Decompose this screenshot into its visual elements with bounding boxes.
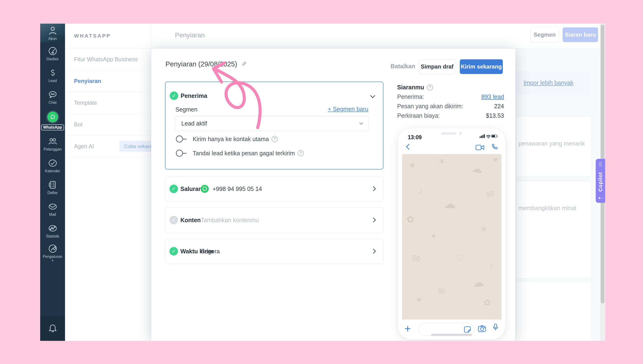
estimated-cost: $13.53 (486, 112, 504, 119)
sidebar-item-label: Kalender (45, 169, 60, 173)
doodle-glyph: ★ (492, 155, 500, 164)
submenu-item-penyiaran[interactable]: Penyiaran (65, 70, 151, 92)
doodle-glyph: ✉ (437, 286, 446, 296)
sidebar-item-pengaturan[interactable]: Pengaturan ▾ (40, 242, 65, 263)
broadcast-title-text: Penyiaran (29/08/2025) (166, 60, 237, 68)
sidebar-item-akun[interactable]: Akun (40, 24, 65, 42)
sidebar-item-label: WhatsApp (41, 124, 64, 130)
sidebar-item-label: Pelanggan (44, 147, 62, 152)
notifications-bell-button[interactable] (40, 316, 65, 341)
sidebar-item-label: Chat (49, 100, 57, 105)
help-icon[interactable] (427, 84, 433, 90)
submenu-item-bot[interactable]: Bot (65, 114, 151, 136)
cancel-button[interactable]: Batalkan (390, 63, 415, 70)
step-complete-check-icon (170, 247, 178, 256)
sidebar-item-label: Statistik (46, 234, 59, 238)
whatsapp-icon (46, 110, 59, 124)
doodle-glyph: ♡ (455, 253, 465, 264)
toggle-mark-failed[interactable] (176, 150, 183, 157)
doodle-glyph: ✿ (406, 214, 414, 224)
toggle-track (183, 139, 186, 140)
status-bar-time: 13:09 (408, 134, 422, 141)
segment-label: Segmen (176, 106, 198, 113)
help-icon[interactable] (298, 150, 304, 156)
toggle-primary-contact[interactable] (176, 136, 183, 142)
sidebar-item-lead[interactable]: Lead (40, 64, 65, 86)
broadcast-title: Penyiaran (29/08/2025) (166, 60, 246, 68)
phone-preview: 13:09 ★☀☁✉♪☁★✿✉☀♡★☁✉♪★✿ + (398, 128, 506, 340)
list-document-icon (48, 180, 58, 190)
whatsapp-submenu: WHATSAPP Fitur WhatsApp Business Penyiar… (65, 24, 151, 341)
phone-notch (441, 132, 462, 135)
send-now-button[interactable]: Kirim sekarang (460, 59, 503, 74)
sidebar-item-dasbor[interactable]: Dasbor (40, 42, 65, 64)
doodle-glyph: ☁ (472, 276, 484, 289)
submenu-item-template[interactable]: Template (65, 92, 151, 114)
recipients-count-link[interactable]: 893 lead (481, 93, 504, 100)
attach-plus-icon[interactable]: + (404, 322, 411, 335)
step-complete-check-icon (170, 92, 178, 100)
back-chevron-icon[interactable] (406, 144, 412, 150)
chevron-right-icon[interactable] (371, 186, 376, 191)
sidebar-item-kalender[interactable]: Kalender (40, 154, 65, 176)
main-sidebar: Akun Dasbor Lead Chat WhatsApp Pelanggan… (40, 24, 65, 341)
broadcast-summary: Siaranmu Penerima: 893 lead Pesan yang a… (397, 84, 504, 119)
doodle-glyph: ★ (430, 232, 437, 239)
sticker-icon[interactable] (464, 326, 472, 334)
sidebar-item-statistik[interactable]: Statistik (40, 220, 65, 242)
sidebar-item-whatsapp-active[interactable]: WhatsApp (40, 108, 65, 133)
chevron-right-icon[interactable] (371, 218, 376, 222)
submenu-item-fitur-whatsapp-business[interactable]: Fitur WhatsApp Business (65, 48, 151, 70)
copilot-tab[interactable]: Copilot ✦✧ (596, 159, 605, 203)
content-card[interactable]: Konten Tambahkan kontenmu (165, 207, 384, 233)
toggle-label: Kirim hanya ke kontak utama (193, 136, 269, 142)
edit-title-pencil-icon[interactable] (241, 60, 246, 68)
sidebar-item-mail[interactable]: Mail (40, 198, 65, 220)
lead-dollar-icon (48, 68, 58, 78)
toggle-track (183, 153, 186, 154)
new-segment-link[interactable]: + Segmen baru (328, 106, 368, 112)
mail-icon (48, 202, 58, 212)
summary-row: Pesan yang akan dikirim: 224 (397, 103, 504, 110)
collapse-chevron-icon[interactable] (370, 93, 375, 98)
sidebar-item-chat[interactable]: Chat (40, 86, 65, 108)
step-complete-check-icon (170, 184, 178, 193)
content-placeholder: Tambahkan kontenmu (201, 208, 259, 232)
toggle-primary-contact-row: Kirim hanya ke kontak utama (176, 136, 278, 142)
doodle-glyph: ★ (415, 296, 423, 304)
help-icon[interactable] (272, 136, 278, 142)
sidebar-item-label: Daftar (48, 191, 58, 195)
segmen-button[interactable]: Segmen (531, 28, 558, 42)
sidebar-item-pelanggan[interactable]: Pelanggan (40, 133, 65, 154)
statistics-icon (48, 223, 58, 234)
microphone-icon[interactable] (492, 323, 498, 332)
recipients-card-title: Penerima (180, 92, 207, 99)
background-card: membangkitkan minat (516, 181, 592, 278)
video-call-icon[interactable] (476, 144, 485, 152)
camera-icon[interactable] (478, 325, 486, 333)
submenu-item-agen-ai[interactable]: Agen AI Coba sekarang (65, 136, 151, 157)
send-time-value: Segera (201, 239, 220, 264)
import-more-link[interactable]: Impor lebih banyak (524, 80, 573, 86)
sidebar-item-daftar[interactable]: Daftar (40, 176, 65, 198)
sidebar-item-label: Pengaturan (43, 254, 62, 259)
page-title: Penyiaran (175, 32, 205, 39)
new-broadcast-button[interactable]: Siaran baru (562, 28, 598, 42)
save-draft-button[interactable]: Simpan draf (419, 59, 455, 74)
bell-icon (47, 323, 58, 334)
segment-select[interactable]: Lead aktif (175, 116, 369, 131)
whatsapp-channel-icon (201, 185, 209, 193)
summary-row-label: Pesan yang akan dikirim: (397, 103, 463, 110)
doodle-glyph: ♪ (488, 260, 494, 269)
calendar-check-icon (48, 158, 58, 168)
summary-title-row: Siaranmu (397, 84, 504, 91)
segment-select-value: Lead aktif (181, 120, 207, 127)
channel-card[interactable]: Saluran +998 94 995 05 14 (165, 176, 384, 202)
send-time-card[interactable]: Waktu kirim Segera (165, 238, 384, 264)
channel-card-title: Saluran (180, 186, 202, 192)
chat-doodle-background: ★☀☁✉♪☁★✿✉☀♡★☁✉♪★✿ (402, 154, 502, 320)
doodle-glyph: ☀ (438, 157, 446, 166)
voice-call-icon[interactable] (491, 143, 498, 151)
chevron-right-icon[interactable] (371, 249, 376, 254)
step-incomplete-check-icon (170, 216, 178, 224)
